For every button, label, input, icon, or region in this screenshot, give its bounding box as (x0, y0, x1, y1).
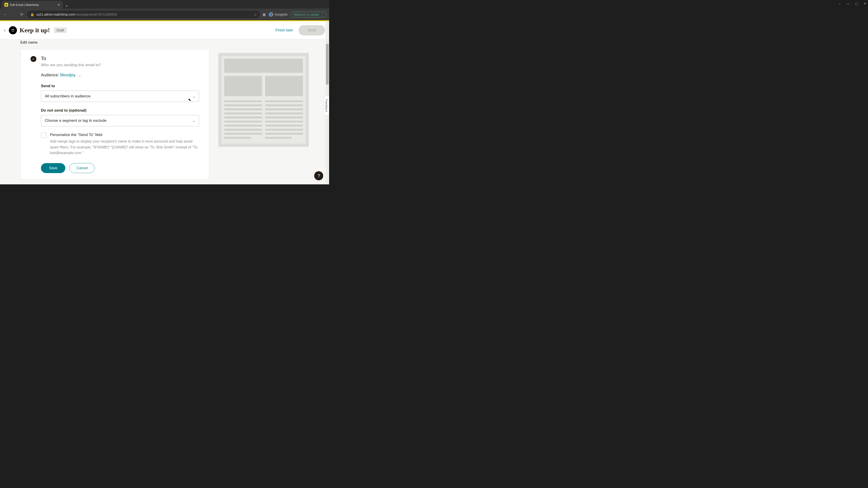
forward-button[interactable]: → (11, 12, 16, 17)
incognito-icon: 👤 (269, 12, 273, 17)
campaign-title: Keep it up! (20, 27, 50, 34)
preview-line (265, 133, 303, 135)
send-button[interactable]: Send (299, 25, 325, 35)
menu-dots-icon: ⋮ (320, 13, 323, 16)
app-back-button[interactable]: ‹ (4, 28, 6, 33)
preview-line (224, 104, 262, 106)
preview-line (224, 121, 262, 123)
back-button[interactable]: ← (3, 12, 8, 17)
card-header-text: To Who are you sending this email to? (41, 56, 101, 67)
personalize-description: Add merge tags to display your recipient… (50, 138, 199, 156)
incognito-label: Incognito (275, 13, 287, 16)
url-path: /campaigns/edit?id=12665935 (75, 13, 117, 16)
audience-label: Audience: (41, 73, 59, 77)
personalize-label: Personalize the “Send To” field (50, 133, 199, 137)
cancel-button[interactable]: Cancel (69, 163, 95, 173)
bookmark-star-icon[interactable]: ☆ (254, 12, 257, 17)
browser-tab[interactable]: ✉ Edit Email | Mailchimp ✕ (2, 1, 63, 8)
preview-inner (221, 56, 306, 144)
send-to-value: All subscribers in audience (45, 94, 90, 98)
tab-bar: ✉ Edit Email | Mailchimp ✕ + (0, 0, 329, 8)
chevron-down-icon: ⌄ (192, 119, 195, 123)
browser-chrome: ⌄ — ▢ ✕ ✉ Edit Email | Mailchimp ✕ + ← →… (0, 0, 329, 20)
exclude-value: Choose a segment or tag to exclude (45, 119, 106, 123)
toolbar-icons: ▦ 👤 Incognito Relaunch to update ⋮ (263, 12, 327, 18)
preview-row (224, 76, 303, 96)
card-header: ✓ To Who are you sending this email to? (31, 56, 199, 67)
svg-point-1 (13, 29, 14, 30)
personalize-row: Personalize the “Send To” field Add merg… (41, 133, 199, 156)
new-tab-button[interactable]: + (63, 4, 71, 8)
preview-line (224, 125, 262, 127)
email-preview-placeholder (218, 53, 309, 147)
finish-later-button[interactable]: Finish later (275, 28, 293, 32)
personalize-checkbox[interactable] (41, 133, 46, 138)
preview-line (224, 117, 262, 119)
preview-line (265, 112, 303, 114)
preview-line (265, 104, 303, 106)
relaunch-button[interactable]: Relaunch to update ⋮ (291, 12, 327, 18)
mailchimp-logo-icon[interactable] (9, 26, 17, 34)
status-badge: Draft (54, 27, 67, 33)
preview-lines (224, 100, 303, 141)
to-card: ✓ To Who are you sending this email to? … (20, 49, 209, 180)
svg-point-0 (11, 29, 12, 30)
card-body: Audience: Moodjoy ⌄ Send to All subscrib… (41, 73, 199, 156)
save-button[interactable]: Save (41, 163, 65, 173)
preview-block (265, 76, 303, 96)
preview-line (224, 112, 262, 114)
address-bar-row: ← → ⟳ 🔒 us21.admin.mailchimp.com/campaig… (0, 8, 329, 20)
feedback-tab[interactable]: Feedback (324, 96, 329, 116)
check-icon: ✓ (31, 56, 36, 62)
lock-icon: 🔒 (30, 13, 34, 16)
card-actions: Save Cancel (41, 163, 199, 173)
audience-value: Moodjoy (60, 73, 75, 77)
url-host: us21.admin.mailchimp.com (36, 13, 75, 16)
edit-name-link[interactable]: Edit name (20, 40, 209, 44)
exclude-label: Do not send to (optional) (41, 108, 199, 113)
relaunch-label: Relaunch to update (293, 13, 319, 16)
chevron-down-icon: ⌄ (79, 73, 81, 77)
page-content: ‹ Keep it up! Draft Finish later Send Ed… (0, 20, 329, 184)
preview-line (224, 108, 262, 110)
preview-lines-col (265, 100, 303, 141)
tab-close-icon[interactable]: ✕ (57, 3, 60, 7)
send-to-select[interactable]: All subscribers in audience ⌄ (41, 91, 199, 102)
preview-line (265, 125, 303, 127)
main-column: Edit name ✓ To Who are you sending this … (20, 39, 209, 184)
preview-line (224, 133, 262, 135)
preview-hero-block (224, 59, 303, 73)
scrollbar-thumb[interactable] (326, 44, 329, 85)
help-button[interactable]: ? (314, 171, 323, 180)
url-text: us21.admin.mailchimp.com/campaigns/edit?… (36, 13, 251, 16)
preview-line (265, 100, 303, 102)
content-area: Edit name ✓ To Who are you sending this … (0, 39, 329, 184)
incognito-badge: 👤 Incognito (269, 12, 287, 17)
exclude-select[interactable]: Choose a segment or tag to exclude ⌄ (41, 115, 199, 126)
section-title: To (41, 56, 101, 61)
preview-line (224, 100, 262, 102)
audience-dropdown[interactable]: Moodjoy ⌄ (60, 73, 81, 77)
address-bar[interactable]: 🔒 us21.admin.mailchimp.com/campaigns/edi… (27, 11, 260, 18)
preview-lines-col (224, 100, 262, 141)
header-actions: Finish later Send (275, 25, 325, 35)
favicon-icon: ✉ (4, 3, 8, 6)
preview-line (224, 137, 251, 139)
preview-line (265, 137, 291, 139)
app-header: ‹ Keep it up! Draft Finish later Send (0, 21, 329, 39)
checkbox-text: Personalize the “Send To” field Add merg… (50, 133, 199, 156)
chevron-down-icon: ⌄ (192, 94, 195, 98)
preview-block (224, 76, 262, 96)
preview-line (265, 117, 303, 119)
preview-line (224, 129, 262, 131)
preview-line (265, 129, 303, 131)
reload-button[interactable]: ⟳ (19, 12, 24, 17)
extensions-icon[interactable]: ▦ (263, 13, 266, 16)
audience-row: Audience: Moodjoy ⌄ (41, 73, 199, 77)
section-subtitle: Who are you sending this email to? (41, 63, 101, 67)
preview-line (265, 108, 303, 110)
send-to-label: Send to (41, 84, 199, 88)
tab-title: Edit Email | Mailchimp (10, 3, 55, 6)
preview-line (265, 121, 303, 123)
preview-column (218, 39, 309, 184)
